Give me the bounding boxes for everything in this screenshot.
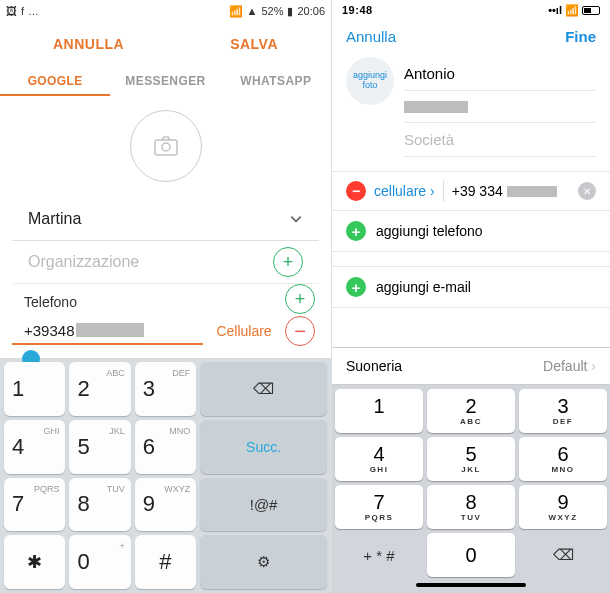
key-3[interactable]: 3DEF [135, 362, 196, 416]
done-button[interactable]: Fine [565, 28, 596, 45]
keypad: 1 2ABC 3DEF ⌫ 4GHI 5JKL 6MNO Succ. 7PQRS… [0, 358, 331, 593]
key-8[interactable]: 8TUV [69, 478, 130, 532]
tab-google[interactable]: GOOGLE [0, 66, 110, 96]
key-hash[interactable]: # [135, 535, 196, 589]
tab-messenger[interactable]: MESSENGER [110, 66, 220, 96]
account-tabs: GOOGLE MESSENGER WHATSAPP [0, 66, 331, 96]
organization-input[interactable]: Organizzazione [28, 247, 263, 277]
signal-icon: ••ıl [548, 4, 562, 16]
battery-icon: ▮ [287, 5, 293, 18]
key-star[interactable]: ✱ [4, 535, 65, 589]
key-0[interactable]: 0 [427, 533, 515, 577]
backspace-icon: ⌫ [253, 380, 274, 398]
redacted [76, 323, 144, 337]
key-5[interactable]: 5JKL [427, 437, 515, 481]
key-9[interactable]: 9WXYZ [135, 478, 196, 532]
redacted [404, 101, 468, 113]
status-bar: 19:48 ••ıl 📶 [332, 0, 610, 20]
key-9[interactable]: 9WXYZ [519, 485, 607, 529]
phone-section-label: Telefono [0, 290, 275, 312]
battery-text: 52% [261, 5, 283, 17]
redacted [507, 186, 557, 197]
key-8[interactable]: 8TUV [427, 485, 515, 529]
key-settings[interactable]: ⚙ [200, 535, 327, 589]
phone-row: +39348 Cellulare − [0, 314, 331, 352]
key-4[interactable]: 4GHI [4, 420, 65, 474]
add-phone-button[interactable]: + [285, 284, 315, 314]
time-text: 20:06 [297, 5, 325, 17]
android-contact-editor: 🖼 f … 📶 ▲ 52% ▮ 20:06 ANNULLA SALVA GOOG… [0, 0, 332, 593]
svg-point-1 [162, 143, 170, 151]
ringtone-value: Default [543, 358, 587, 374]
phone-type-selector[interactable]: Cellulare [213, 323, 275, 339]
add-phone-row[interactable]: + aggiungi telefono [332, 211, 610, 252]
key-5[interactable]: 5JKL [69, 420, 130, 474]
key-2[interactable]: 2ABC [69, 362, 130, 416]
facebook-icon: f [21, 5, 24, 17]
ringtone-label: Suoneria [346, 358, 402, 374]
cancel-button[interactable]: Annulla [346, 28, 396, 45]
more-icon: … [28, 5, 39, 17]
chevron-down-icon[interactable] [289, 212, 303, 226]
add-email-label: aggiungi e-mail [376, 279, 471, 295]
top-bar: ANNULLA SALVA [0, 22, 331, 66]
key-symbols[interactable]: !@# [200, 478, 327, 532]
key-4[interactable]: 4GHI [335, 437, 423, 481]
key-6[interactable]: 6MNO [135, 420, 196, 474]
add-email-row[interactable]: + aggiungi e-mail [332, 266, 610, 308]
key-0[interactable]: 0+ [69, 535, 130, 589]
gallery-icon: 🖼 [6, 5, 17, 17]
add-photo-button[interactable]: aggiungi foto [346, 57, 394, 105]
tab-whatsapp[interactable]: WHATSAPP [221, 66, 331, 96]
key-backspace[interactable]: ⌫ [200, 362, 327, 416]
ios-contact-editor: 19:48 ••ıl 📶 Annulla Fine aggiungi foto … [332, 0, 610, 593]
keypad: 1 2ABC 3DEF 4GHI 5JKL 6MNO 7PQRS 8TUV 9W… [332, 385, 610, 593]
key-2[interactable]: 2ABC [427, 389, 515, 433]
chevron-right-icon: › [591, 358, 596, 374]
home-indicator[interactable] [416, 583, 526, 587]
phone-input[interactable]: +39348 [12, 318, 203, 345]
key-7[interactable]: 7PQRS [335, 485, 423, 529]
name-input[interactable]: Martina [28, 204, 289, 234]
remove-phone-button[interactable]: − [346, 181, 366, 201]
organization-field[interactable]: Organizzazione + [12, 241, 319, 284]
save-button[interactable]: SALVA [230, 36, 278, 52]
add-phone-label: aggiungi telefono [376, 223, 483, 239]
gear-icon: ⚙ [257, 553, 270, 571]
key-backspace[interactable]: ⌫ [519, 533, 607, 577]
signal-icon: ▲ [247, 5, 258, 17]
name-field[interactable]: Martina [12, 198, 319, 241]
nav-bar: Annulla Fine [332, 20, 610, 53]
key-7[interactable]: 7PQRS [4, 478, 65, 532]
company-input[interactable]: Società [404, 123, 596, 157]
add-photo-button[interactable] [130, 110, 202, 182]
remove-phone-button[interactable]: − [285, 316, 315, 346]
separator [443, 180, 444, 202]
phone-type-selector[interactable]: cellulare › [374, 183, 435, 199]
camera-icon [153, 136, 179, 156]
wifi-icon: 📶 [565, 4, 579, 17]
clear-button[interactable]: ✕ [578, 182, 596, 200]
plus-icon: + [346, 221, 366, 241]
contact-header: aggiungi foto Antonio Società [332, 53, 610, 157]
add-organization-button[interactable]: + [273, 247, 303, 277]
key-next[interactable]: Succ. [200, 420, 327, 474]
last-name-input[interactable] [404, 91, 596, 123]
time-text: 19:48 [342, 4, 373, 16]
key-symbols[interactable]: + * # [335, 533, 423, 577]
cancel-button[interactable]: ANNULLA [53, 36, 124, 52]
key-1[interactable]: 1 [335, 389, 423, 433]
wifi-icon: 📶 [229, 5, 243, 18]
key-6[interactable]: 6MNO [519, 437, 607, 481]
key-1[interactable]: 1 [4, 362, 65, 416]
battery-icon [582, 6, 600, 15]
phone-input[interactable]: +39 334 [452, 183, 557, 199]
phone-value: +39348 [24, 322, 74, 339]
status-bar: 🖼 f … 📶 ▲ 52% ▮ 20:06 [0, 0, 331, 22]
phone-row: − cellulare › +39 334 ✕ [332, 171, 610, 211]
key-3[interactable]: 3DEF [519, 389, 607, 433]
ringtone-row[interactable]: Suoneria Default › [332, 347, 610, 385]
first-name-input[interactable]: Antonio [404, 57, 596, 91]
plus-icon: + [346, 277, 366, 297]
backspace-icon: ⌫ [553, 546, 574, 564]
